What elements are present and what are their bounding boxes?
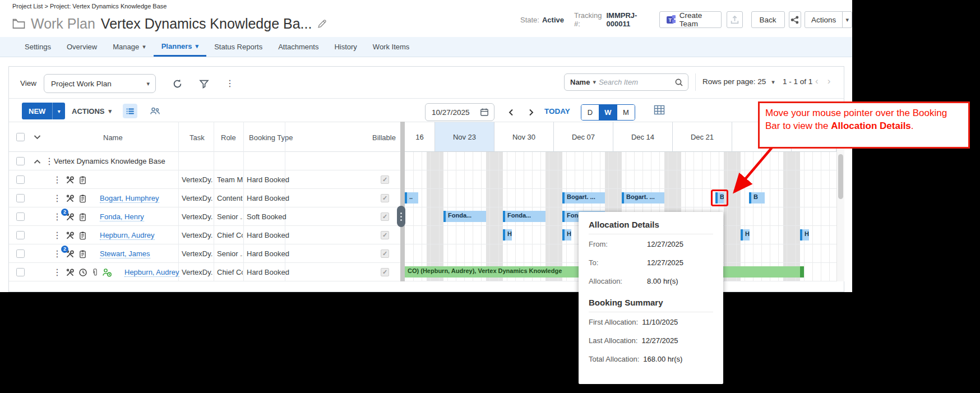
tab-history[interactable]: History — [326, 37, 364, 57]
today-button[interactable]: TODAY — [544, 107, 570, 115]
next-period-button[interactable] — [524, 105, 538, 119]
more-options-button[interactable]: ⋮ — [223, 77, 237, 90]
actions-button[interactable]: Actions — [805, 11, 843, 28]
tab-settings[interactable]: Settings — [17, 37, 59, 57]
tab-planners[interactable]: Planners▾ — [154, 37, 206, 57]
expand-all-icon[interactable] — [34, 135, 41, 140]
table-row[interactable]: ⋮Bogart, HumphreyVertexDy...Content...Ha… — [9, 189, 400, 207]
row-menu-icon[interactable]: ⋮ — [45, 157, 54, 166]
actions-dropdown-button[interactable]: ▾ — [842, 11, 852, 28]
booking-bar[interactable]: H — [741, 229, 750, 241]
resource-name-link[interactable]: Hepburn, Audrey — [100, 231, 155, 240]
view-select[interactable]: Project Work Plan▾ — [44, 74, 156, 93]
task-details-icon[interactable] — [78, 231, 87, 240]
row-menu-icon[interactable]: ⋮ — [53, 175, 62, 184]
work-item-icon[interactable] — [66, 268, 75, 277]
search-input[interactable]: Search Item — [599, 78, 672, 86]
booking-bar[interactable]: .. — [405, 192, 418, 204]
zoom-w-button[interactable]: W — [599, 105, 617, 120]
next-page-icon[interactable]: › — [828, 76, 831, 87]
work-item-icon[interactable] — [66, 175, 75, 184]
team-view-toggle[interactable] — [147, 104, 162, 118]
grid-settings-button[interactable] — [654, 105, 665, 115]
splitter-drag-handle[interactable] — [397, 206, 405, 227]
actions-menu-button[interactable]: ACTIONS▾ — [72, 103, 112, 119]
table-row[interactable]: ⋮Hepburn, AudreyVertexDy...Chief Co...Ha… — [9, 226, 400, 244]
row-menu-icon[interactable]: ⋮ — [53, 231, 62, 240]
row-menu-icon[interactable]: ⋮ — [53, 268, 62, 277]
booking-bar[interactable]: H — [800, 229, 809, 241]
tab-attachments[interactable]: Attachments — [270, 37, 326, 57]
task-details-icon[interactable] — [78, 212, 87, 221]
filter-button[interactable] — [197, 77, 211, 90]
rows-per-page[interactable]: Rows per page: 25 ▾ — [702, 77, 775, 86]
booking-bar[interactable]: B — [749, 192, 765, 204]
refresh-button[interactable] — [170, 77, 184, 90]
select-all-checkbox[interactable] — [16, 133, 25, 141]
prev-page-icon[interactable]: ‹ — [815, 76, 819, 87]
breadcrumb[interactable]: Project List > Project: Vertex Dynamics … — [12, 3, 167, 10]
booking-bar[interactable]: Fonda... — [503, 211, 546, 222]
row-checkbox[interactable] — [16, 268, 25, 276]
task-cell: VertexDy... — [182, 207, 212, 226]
column-header-task[interactable]: Task — [189, 122, 205, 152]
column-header-booking-type[interactable]: Booking Type — [249, 122, 293, 152]
share-button[interactable] — [789, 11, 802, 28]
search-box[interactable]: Name ▾ Search Item — [564, 73, 688, 91]
table-row[interactable]: ⋮2Stewart, JamesVertexDy...Senior ...Har… — [9, 244, 400, 263]
resource-name-link[interactable]: Stewart, James — [100, 249, 150, 258]
grid-gantt-splitter[interactable] — [400, 122, 405, 281]
task-details-icon[interactable] — [78, 249, 87, 258]
group-row[interactable]: ⋮ Vertex Dynamics Knowledge Base — [9, 152, 400, 170]
collapse-icon[interactable] — [34, 159, 41, 164]
resource-name-link[interactable]: Fonda, Henry — [100, 212, 144, 221]
tab-manage[interactable]: Manage▾ — [105, 37, 154, 57]
resource-allocation-icon[interactable] — [102, 268, 112, 277]
date-picker[interactable]: 10/27/2025 — [425, 103, 494, 121]
tab-work-items[interactable]: Work Items — [365, 37, 418, 57]
row-menu-icon[interactable]: ⋮ — [53, 212, 62, 221]
resource-name-link[interactable]: Hepburn, Audrey — [124, 268, 179, 277]
row-checkbox[interactable] — [16, 175, 25, 184]
table-row[interactable]: ⋮2Fonda, HenryVertexDy...Senior ...Soft … — [9, 207, 400, 226]
zoom-m-button[interactable]: M — [617, 105, 635, 120]
row-checkbox[interactable] — [16, 212, 25, 221]
scrollbar-thumb[interactable] — [838, 154, 843, 199]
edit-title-icon[interactable] — [317, 19, 327, 29]
new-button[interactable]: NEW▾ — [22, 103, 65, 119]
column-header-role[interactable]: Role — [221, 122, 236, 152]
search-field-selector[interactable]: Name — [570, 78, 590, 86]
list-view-toggle[interactable] — [123, 104, 137, 118]
table-row[interactable]: ⋮Hepburn, AudreyVertexDy...Chief Co...Ha… — [9, 263, 400, 281]
work-item-icon[interactable] — [66, 194, 75, 203]
zoom-d-button[interactable]: D — [581, 105, 599, 120]
attachment-icon[interactable] — [91, 268, 98, 277]
table-row[interactable]: ⋮VertexDy...Team M...Hard Booked✓ — [9, 170, 400, 189]
booking-bar[interactable]: H — [562, 229, 571, 241]
history-icon[interactable] — [78, 268, 87, 277]
booking-bar[interactable]: Fonda... — [443, 211, 486, 222]
row-menu-icon[interactable]: ⋮ — [53, 194, 62, 203]
create-team-button[interactable]: T Create Team — [659, 11, 722, 28]
row-menu-icon[interactable]: ⋮ — [53, 249, 62, 258]
column-header-name[interactable]: Name — [103, 122, 123, 152]
task-details-icon[interactable] — [78, 194, 87, 203]
row-checkbox[interactable] — [16, 249, 25, 258]
prev-period-button[interactable] — [503, 105, 518, 119]
booking-bar[interactable]: Bogart. ... — [562, 192, 605, 204]
tab-status-reports[interactable]: Status Reports — [206, 37, 270, 57]
column-header-billable[interactable]: Billable — [372, 122, 396, 152]
billable-checkbox: ✓ — [381, 175, 389, 184]
row-checkbox[interactable] — [16, 157, 25, 165]
new-dropdown-icon[interactable]: ▾ — [52, 103, 65, 119]
row-checkbox[interactable] — [16, 194, 25, 202]
row-checkbox[interactable] — [16, 231, 25, 239]
booking-bar[interactable]: H — [503, 229, 512, 241]
resource-name-link[interactable]: Bogart, Humphrey — [100, 194, 159, 203]
tab-overview[interactable]: Overview — [59, 37, 105, 57]
work-item-icon[interactable] — [66, 231, 75, 240]
export-button[interactable] — [727, 11, 742, 28]
booking-bar[interactable]: Bogart. ... — [622, 192, 664, 204]
back-button[interactable]: Back — [751, 11, 785, 28]
task-details-icon[interactable] — [78, 175, 87, 184]
